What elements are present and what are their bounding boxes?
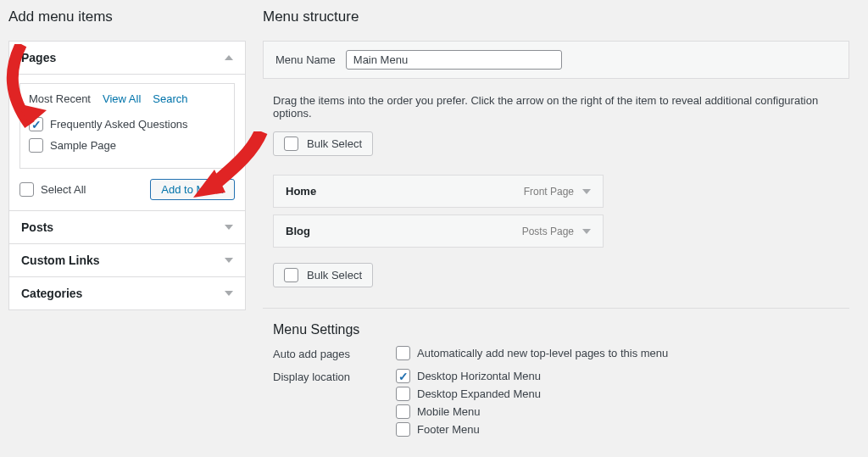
tab-most-recent[interactable]: Most Recent bbox=[29, 92, 91, 105]
auto-add-pages-row: Auto add pages Automatically add new top… bbox=[273, 346, 849, 364]
location-mobile[interactable]: Mobile Menu bbox=[396, 404, 541, 419]
select-all-checkbox[interactable] bbox=[19, 182, 34, 197]
menu-structure-heading: Menu structure bbox=[263, 8, 849, 25]
location-mobile-checkbox[interactable] bbox=[396, 404, 410, 419]
tab-view-all[interactable]: View All bbox=[103, 92, 141, 105]
menu-settings-heading: Menu Settings bbox=[273, 322, 849, 337]
bulk-select-top-label: Bulk Select bbox=[307, 137, 362, 150]
divider bbox=[263, 308, 849, 309]
page-item-faq[interactable]: Frequently Asked Questions bbox=[29, 117, 225, 131]
accordion-title-categories: Categories bbox=[21, 287, 82, 300]
location-footer-checkbox[interactable] bbox=[396, 422, 410, 437]
auto-add-pages-label: Auto add pages bbox=[273, 346, 396, 360]
select-all-label: Select All bbox=[41, 183, 86, 196]
accordion-title-posts: Posts bbox=[21, 220, 53, 234]
location-mobile-label: Mobile Menu bbox=[417, 405, 480, 418]
menu-name-input[interactable] bbox=[346, 50, 562, 70]
chevron-down-icon[interactable] bbox=[582, 229, 591, 234]
location-desktop-horizontal[interactable]: Desktop Horizontal Menu bbox=[396, 369, 541, 383]
add-to-menu-button[interactable]: Add to Menu bbox=[150, 179, 235, 200]
pages-tabs-box: Most Recent View All Search Frequently A… bbox=[19, 83, 235, 169]
location-desktop-horizontal-checkbox[interactable] bbox=[396, 369, 410, 383]
bulk-select-top-checkbox[interactable] bbox=[284, 137, 298, 151]
select-all[interactable]: Select All bbox=[19, 182, 86, 197]
menu-item-blog[interactable]: Blog Posts Page bbox=[273, 215, 604, 248]
bulk-select-top[interactable]: Bulk Select bbox=[273, 131, 373, 156]
page-label-sample: Sample Page bbox=[50, 139, 116, 152]
page-item-sample[interactable]: Sample Page bbox=[29, 138, 225, 153]
location-footer-label: Footer Menu bbox=[417, 423, 480, 436]
location-footer[interactable]: Footer Menu bbox=[396, 422, 541, 437]
menu-name-row: Menu Name bbox=[263, 41, 849, 79]
display-location-label: Display location bbox=[273, 369, 396, 383]
page-checkbox-sample[interactable] bbox=[29, 138, 43, 153]
accordion-header-posts[interactable]: Posts bbox=[9, 210, 245, 243]
bulk-select-bottom[interactable]: Bulk Select bbox=[273, 263, 373, 287]
menu-name-label: Menu Name bbox=[275, 53, 336, 66]
auto-add-pages-option-label: Automatically add new top-level pages to… bbox=[417, 347, 668, 359]
accordion-header-categories[interactable]: Categories bbox=[9, 276, 245, 309]
menu-item-home-title: Home bbox=[286, 185, 316, 198]
chevron-up-icon bbox=[225, 55, 233, 60]
page-label-faq: Frequently Asked Questions bbox=[50, 118, 188, 131]
accordion-header-custom-links[interactable]: Custom Links bbox=[9, 243, 245, 276]
chevron-down-icon[interactable] bbox=[582, 189, 591, 194]
bulk-select-bottom-label: Bulk Select bbox=[307, 269, 362, 281]
tab-search[interactable]: Search bbox=[153, 92, 187, 105]
menu-item-blog-type: Posts Page bbox=[522, 226, 574, 237]
location-desktop-expanded-label: Desktop Expanded Menu bbox=[417, 387, 541, 400]
menu-item-blog-title: Blog bbox=[286, 225, 310, 237]
location-desktop-expanded[interactable]: Desktop Expanded Menu bbox=[396, 387, 541, 401]
auto-add-pages-option[interactable]: Automatically add new top-level pages to… bbox=[396, 346, 668, 360]
page-checkbox-faq[interactable] bbox=[29, 117, 43, 131]
display-location-row: Display location Desktop Horizontal Menu… bbox=[273, 369, 849, 440]
accordion-title-custom-links: Custom Links bbox=[21, 254, 100, 267]
add-items-accordion: Pages Most Recent View All Search Freque… bbox=[8, 41, 246, 310]
pages-panel: Most Recent View All Search Frequently A… bbox=[9, 74, 245, 210]
menu-item-home-type: Front Page bbox=[524, 186, 574, 198]
chevron-down-icon bbox=[225, 225, 233, 230]
drag-instructions: Drag the items into the order you prefer… bbox=[263, 79, 849, 131]
chevron-down-icon bbox=[225, 291, 233, 296]
accordion-header-pages[interactable]: Pages bbox=[9, 42, 245, 74]
menu-item-home[interactable]: Home Front Page bbox=[273, 175, 604, 208]
bulk-select-bottom-checkbox[interactable] bbox=[284, 268, 298, 282]
add-menu-items-heading: Add menu items bbox=[8, 8, 246, 25]
auto-add-pages-checkbox[interactable] bbox=[396, 346, 410, 360]
location-desktop-horizontal-label: Desktop Horizontal Menu bbox=[417, 370, 541, 382]
accordion-title-pages: Pages bbox=[21, 51, 56, 64]
chevron-down-icon bbox=[225, 258, 233, 263]
location-desktop-expanded-checkbox[interactable] bbox=[396, 387, 410, 401]
